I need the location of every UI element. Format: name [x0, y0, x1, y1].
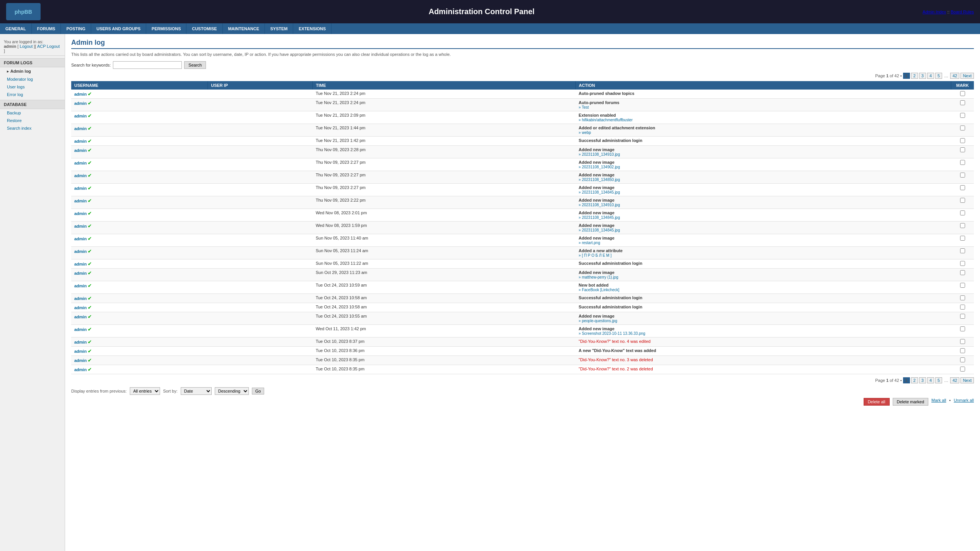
username-link[interactable]: admin	[74, 296, 87, 301]
sidebar-item-moderator-log[interactable]: Moderator log	[0, 75, 65, 83]
search-input[interactable]	[113, 61, 182, 69]
username-link[interactable]: admin	[74, 262, 87, 266]
mark-checkbox[interactable]	[960, 283, 965, 288]
mark-checkbox[interactable]	[960, 210, 965, 215]
mark-checkbox[interactable]	[960, 160, 965, 165]
cell-ip	[208, 222, 313, 234]
delete-marked-button[interactable]: Delete marked	[893, 398, 929, 406]
sidebar-item-search-index[interactable]: Search index	[0, 124, 65, 132]
username-link[interactable]: admin	[74, 271, 87, 276]
tab-posting[interactable]: POSTING	[61, 23, 91, 34]
username-link[interactable]: admin	[74, 101, 87, 106]
username-link[interactable]: admin	[74, 236, 87, 241]
mark-checkbox[interactable]	[960, 305, 965, 310]
mark-checkbox[interactable]	[960, 185, 965, 190]
next-button-bottom[interactable]: Next	[960, 377, 974, 383]
username-link[interactable]: admin	[74, 249, 87, 254]
tab-maintenance[interactable]: MAINTENANCE	[223, 23, 265, 34]
mark-checkbox[interactable]	[960, 173, 965, 178]
mark-checkbox[interactable]	[960, 295, 965, 300]
tab-customise[interactable]: CUSTOMISE	[186, 23, 222, 34]
order-select[interactable]: Descending Ascending	[215, 387, 249, 395]
board-rules-link[interactable]: Board Rules	[951, 10, 974, 14]
page-3-bottom[interactable]: 3	[919, 377, 926, 383]
col-username[interactable]: USERNAME	[71, 81, 208, 90]
mark-checkbox[interactable]	[960, 223, 965, 228]
mark-checkbox[interactable]	[960, 91, 965, 96]
display-select[interactable]: All entries 1 Day 7 Days 2 Weeks 1 Month…	[130, 387, 160, 395]
search-button[interactable]: Search	[184, 61, 206, 69]
sidebar-item-error-log[interactable]: Error log	[0, 91, 65, 98]
username-link[interactable]: admin	[74, 315, 87, 319]
mark-checkbox[interactable]	[960, 261, 965, 266]
page-1-bottom[interactable]: 1	[903, 377, 910, 383]
username-link[interactable]: admin	[74, 199, 87, 203]
sort-select[interactable]: Date Username IP Action	[181, 387, 212, 395]
username-link[interactable]: admin	[74, 349, 87, 354]
username-link[interactable]: admin	[74, 139, 87, 143]
page-5-bottom[interactable]: 5	[935, 377, 942, 383]
mark-all-link[interactable]: Mark all	[931, 398, 946, 406]
username-link[interactable]: admin	[74, 126, 87, 131]
sidebar-item-user-logs[interactable]: User logs	[0, 83, 65, 91]
mark-checkbox[interactable]	[960, 357, 965, 362]
username-link[interactable]: admin	[74, 327, 87, 332]
mark-checkbox[interactable]	[960, 339, 965, 344]
go-button[interactable]: Go	[252, 388, 265, 395]
username-link[interactable]: admin	[74, 211, 87, 216]
sidebar-item-restore[interactable]: Restore	[0, 117, 65, 124]
username-link[interactable]: admin	[74, 305, 87, 310]
header-links[interactable]: Admin Index :: Board Rules	[923, 10, 974, 14]
sidebar-item-backup[interactable]: Backup	[0, 109, 65, 117]
sidebar-item-admin-log[interactable]: Admin log	[0, 67, 65, 75]
username-link[interactable]: admin	[74, 224, 87, 228]
col-user-ip[interactable]: USER IP	[208, 81, 313, 90]
username-link[interactable]: admin	[74, 161, 87, 165]
page-42-bottom[interactable]: 42	[950, 377, 959, 383]
mark-checkbox[interactable]	[960, 248, 965, 253]
mark-checkbox[interactable]	[960, 314, 965, 319]
mark-checkbox[interactable]	[960, 348, 965, 353]
username-link[interactable]: admin	[74, 340, 87, 344]
mark-checkbox[interactable]	[960, 367, 965, 372]
page-4-top[interactable]: 4	[927, 73, 934, 79]
tab-general[interactable]: GENERAL	[0, 23, 32, 34]
mark-checkbox[interactable]	[960, 236, 965, 241]
username-link[interactable]: admin	[74, 114, 87, 118]
col-time[interactable]: TIME	[313, 81, 576, 90]
tab-forums[interactable]: FORUMS	[32, 23, 61, 34]
delete-all-button[interactable]: Delete all	[864, 398, 890, 406]
username-link[interactable]: admin	[74, 358, 87, 363]
page-42-top[interactable]: 42	[950, 73, 959, 79]
tab-users-groups[interactable]: USERS AND GROUPS	[91, 23, 146, 34]
username-link[interactable]: admin	[74, 173, 87, 178]
unmark-all-link[interactable]: Unmark all	[954, 398, 974, 406]
mark-checkbox[interactable]	[960, 126, 965, 130]
username-link[interactable]: admin	[74, 92, 87, 96]
page-4-bottom[interactable]: 4	[927, 377, 934, 383]
username-link[interactable]: admin	[74, 148, 87, 153]
username-link[interactable]: admin	[74, 186, 87, 191]
next-button-top[interactable]: Next	[960, 73, 974, 79]
col-action[interactable]: ACTION	[576, 81, 951, 90]
mark-checkbox[interactable]	[960, 147, 965, 152]
page-2-bottom[interactable]: 2	[911, 377, 918, 383]
page-2-top[interactable]: 2	[911, 73, 918, 79]
username-link[interactable]: admin	[74, 284, 87, 288]
mark-checkbox[interactable]	[960, 100, 965, 105]
tab-system[interactable]: SYSTEM	[265, 23, 293, 34]
admin-index-link[interactable]: Admin Index	[923, 10, 946, 14]
page-5-top[interactable]: 5	[935, 73, 942, 79]
tab-permissions[interactable]: PERMISSIONS	[146, 23, 186, 34]
mark-checkbox[interactable]	[960, 138, 965, 143]
username-link[interactable]: admin	[74, 367, 87, 372]
mark-checkbox[interactable]	[960, 198, 965, 203]
acp-logout-link[interactable]: ACP Logout	[37, 44, 60, 49]
mark-checkbox[interactable]	[960, 270, 965, 275]
tab-extensions[interactable]: EXTENSIONS	[293, 23, 332, 34]
logout-link[interactable]: Logout	[20, 44, 33, 49]
page-1-top[interactable]: 1	[903, 73, 910, 79]
mark-checkbox[interactable]	[960, 113, 965, 118]
mark-checkbox[interactable]	[960, 326, 965, 331]
page-3-top[interactable]: 3	[919, 73, 926, 79]
